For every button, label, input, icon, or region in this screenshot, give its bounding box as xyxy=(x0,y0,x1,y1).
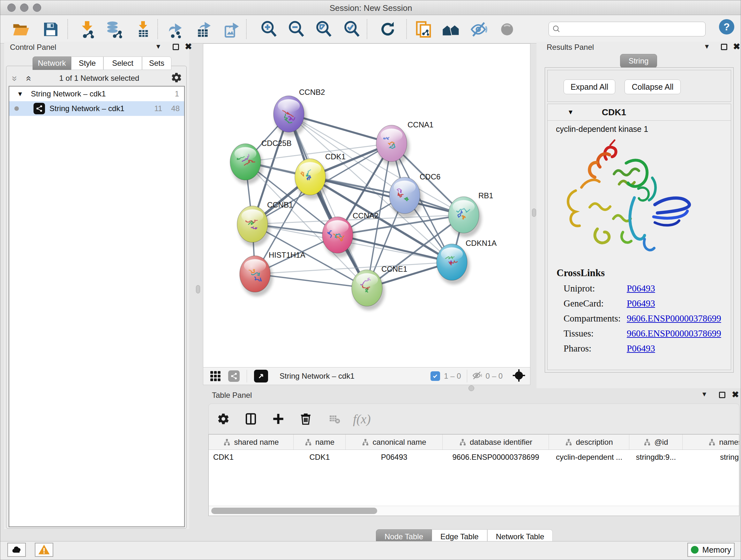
selected-nodes-checkbox-icon[interactable] xyxy=(430,371,440,381)
toolbar-separator xyxy=(246,19,247,39)
network-node-CDC6[interactable]: CDC6 xyxy=(389,172,441,218)
network-collection-row[interactable]: ▼ String Network – cdk1 1 xyxy=(9,86,184,101)
table-panel-menu-icon[interactable]: ▾ xyxy=(702,389,706,398)
hide-visual-properties-icon[interactable] xyxy=(469,19,489,40)
memory-label: Memory xyxy=(702,545,731,555)
cloud-icon xyxy=(11,544,22,556)
network-list: ▼ String Network – cdk1 1 String Network… xyxy=(9,86,185,527)
column-header-canonical-name[interactable]: canonical name xyxy=(346,435,443,449)
help-button[interactable]: ? xyxy=(719,19,734,35)
show-network-overview-icon[interactable] xyxy=(441,19,461,40)
crosslink-value[interactable]: P06493 xyxy=(627,283,655,294)
network-node-RB1[interactable]: RB1 xyxy=(448,191,493,237)
network-node-CCNE1[interactable]: CCNE1 xyxy=(352,265,407,310)
refresh-layout-icon[interactable] xyxy=(378,19,398,40)
tab-sets[interactable]: Sets xyxy=(142,57,172,70)
toolbar-separator xyxy=(157,19,158,39)
search-input[interactable] xyxy=(561,23,705,36)
network-node-CCNA1[interactable]: CCNA1 xyxy=(376,120,433,166)
import-table-icon[interactable] xyxy=(132,19,153,40)
network-options-gear-icon[interactable] xyxy=(171,72,182,84)
crosslink-label: GeneCard: xyxy=(563,298,627,309)
column-header-database-identifier[interactable]: database identifier xyxy=(443,435,549,449)
grid-view-icon[interactable] xyxy=(205,366,226,386)
column-header-namespace[interactable]: namespace xyxy=(683,435,739,449)
network-node-HIST1H1A[interactable]: HIST1H1A xyxy=(240,251,306,296)
network-type-icon xyxy=(33,103,45,114)
window-title: Session: New Session xyxy=(0,3,741,13)
network-canvas[interactable]: CCNB2CCNA1CDC25BCDK1CDC6RB1CCNB1CCNA2CDK… xyxy=(203,44,530,385)
control-panel-menu-icon[interactable]: ▾ xyxy=(156,42,160,51)
column-header--id[interactable]: @id xyxy=(629,435,683,449)
export-table-icon[interactable] xyxy=(194,19,214,40)
column-header-shared-name[interactable]: shared name xyxy=(209,435,293,449)
expand-all-button[interactable]: Expand All xyxy=(563,79,615,94)
column-header-description[interactable]: description xyxy=(549,435,629,449)
cloud-status-button[interactable] xyxy=(7,543,26,557)
gene-symbol: CDK1 xyxy=(602,107,626,118)
toolbar-separator xyxy=(367,19,367,39)
export-network-icon[interactable] xyxy=(166,19,187,40)
show-columns-icon[interactable] xyxy=(241,409,261,429)
import-network-from-database-icon[interactable] xyxy=(104,19,124,40)
network-row-selected[interactable]: String Network – cdk1 11 48 xyxy=(9,101,184,116)
network-node-CDKN1A[interactable]: CDKN1A xyxy=(436,239,496,285)
tab-style[interactable]: Style xyxy=(71,57,104,70)
tree-collapse-icon[interactable]: ▼ xyxy=(17,90,23,98)
zoom-out-icon[interactable] xyxy=(286,19,307,40)
node-label: CDK1 xyxy=(325,152,346,161)
save-session-icon[interactable] xyxy=(41,19,61,40)
create-column-icon[interactable] xyxy=(268,409,288,429)
table-panel-float-icon[interactable] xyxy=(719,392,725,398)
delete-column-icon[interactable] xyxy=(295,409,316,429)
left-splitter-handle[interactable] xyxy=(196,285,200,294)
column-header-name[interactable]: name xyxy=(293,435,346,449)
network-view-toolbar: String Network – cdk1 1 – 0 0 – 0 xyxy=(203,367,530,385)
table-panel-close-icon[interactable]: ✖ xyxy=(732,390,739,399)
zoom-fit-icon[interactable] xyxy=(314,19,334,40)
memory-button[interactable]: Memory xyxy=(687,543,735,557)
network-node-count: 11 xyxy=(154,104,162,113)
results-panel-menu-icon[interactable]: ▾ xyxy=(705,42,709,51)
string-network-graph[interactable]: CCNB2CCNA1CDC25BCDK1CDC6RB1CCNB1CCNA2CDK… xyxy=(203,44,530,367)
expand-all-networks-icon[interactable]: » xyxy=(22,76,33,81)
table-options-gear-icon[interactable] xyxy=(213,409,233,429)
crosslink-value[interactable]: P06493 xyxy=(627,298,655,309)
export-image-icon[interactable] xyxy=(221,19,242,40)
results-panel-close-icon[interactable]: ✖ xyxy=(733,43,740,51)
copy-style-icon[interactable] xyxy=(413,19,434,40)
open-session-icon[interactable] xyxy=(10,19,31,40)
control-panel-close-icon[interactable]: ✖ xyxy=(185,43,192,51)
crosslink-row: Compartments:9606.ENSP00000378699 xyxy=(556,313,731,324)
search-field-wrap xyxy=(549,22,705,37)
warnings-button[interactable] xyxy=(35,543,53,557)
crosslink-value[interactable]: 9606.ENSP00000378699 xyxy=(627,313,721,324)
table-row[interactable]: CDK1CDK1P064939606.ENSP00000378699cyclin… xyxy=(209,450,739,464)
zoom-in-icon[interactable] xyxy=(259,19,279,40)
gene-section-header[interactable]: ▼ CDK1 xyxy=(548,104,731,121)
tab-network[interactable]: Network xyxy=(32,57,71,70)
node-label: RB1 xyxy=(478,191,493,200)
crosslink-value[interactable]: P06493 xyxy=(627,343,655,354)
network-node-CDK1[interactable]: CDK1 xyxy=(295,152,346,199)
results-panel-float-icon[interactable] xyxy=(721,44,727,50)
collapse-all-button[interactable]: Collapse All xyxy=(624,79,681,94)
birds-eye-view-icon[interactable] xyxy=(512,369,526,383)
tab-select[interactable]: Select xyxy=(104,57,142,70)
collapse-all-networks-icon[interactable]: » xyxy=(10,76,20,81)
crosslink-value[interactable]: 9606.ENSP00000378699 xyxy=(627,328,721,339)
import-network-icon[interactable] xyxy=(77,19,97,40)
hidden-elements-icon xyxy=(472,370,482,382)
control-panel-float-icon[interactable] xyxy=(173,44,179,50)
network-node-CCNB2[interactable]: CCNB2 xyxy=(273,88,325,136)
detach-view-icon[interactable] xyxy=(254,370,268,382)
gene-collapse-icon[interactable]: ▼ xyxy=(567,109,574,116)
tab-string-results[interactable]: String xyxy=(620,54,657,68)
network-label: String Network – cdk1 xyxy=(50,104,125,113)
zoom-selected-icon[interactable] xyxy=(342,19,362,40)
table-horizontal-scrollbar[interactable] xyxy=(209,506,739,515)
network-view-type-icon[interactable] xyxy=(228,370,240,382)
network-node-CCNB1[interactable]: CCNB1 xyxy=(237,200,293,246)
scrollbar-thumb[interactable] xyxy=(211,508,377,514)
right-splitter-handle[interactable] xyxy=(532,208,536,217)
